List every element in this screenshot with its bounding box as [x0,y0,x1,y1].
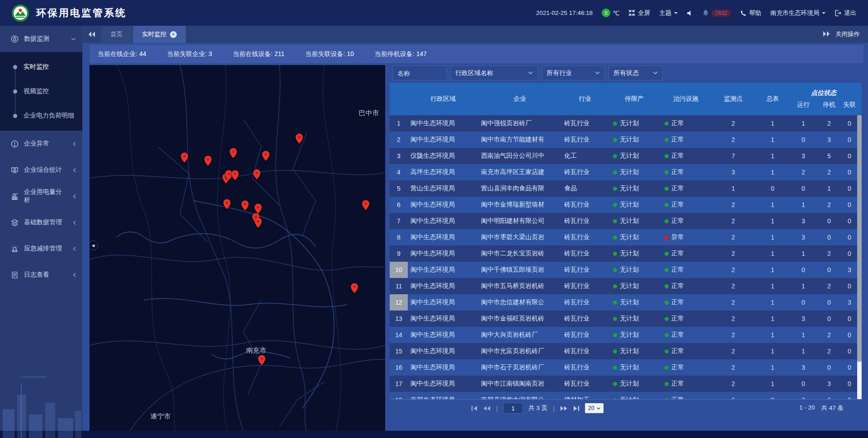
notifications-button[interactable]: 2632 [703,9,731,17]
map-pin-icon[interactable] [254,217,262,228]
map-pin-icon[interactable] [258,355,266,366]
table-row[interactable]: 12 阆中生态环境局 阆中市忠信建材有限公 砖瓦行业 无计划 正常 2 1 0 [390,294,857,311]
cell-region: 仪陇生态环境局 [408,148,478,164]
cell-industry: 砖瓦行业 [561,132,609,148]
cell-stop-limit: 无计划 [609,197,660,213]
page-size-select[interactable]: 20 [585,403,604,413]
help-button[interactable]: 帮助 [740,9,761,17]
table-row[interactable]: 4 高坪生态环境局 南充市高坪区王家店建 砖瓦行业 无计划 正常 3 1 2 [390,164,857,180]
status-dot-icon [613,154,617,158]
page-number-input[interactable] [503,403,523,414]
sidebar-item-log-view[interactable]: 日志查看 [0,262,82,288]
name-filter-input[interactable] [392,66,447,80]
app-logo-icon [12,5,29,22]
tab-home[interactable]: 首页 [101,26,132,43]
map-pin-icon[interactable] [223,199,231,210]
table-row[interactable]: 14 阆中生态环境局 阆中大兴页岩机砖厂 砖瓦行业 无计划 正常 2 1 1 [390,327,857,343]
sidebar-item-power-analysis[interactable]: 企业用电量分析 [0,183,82,209]
prev-page-button[interactable] [483,405,491,411]
volume-button[interactable] [687,10,693,16]
last-page-button[interactable] [573,405,580,411]
total-pages-label: 共 3 页 [528,404,547,412]
monitor-panel: 行政区域名称 所有行业 所有状态 行政区域 企业 行业 停限产 治污设施 监测点 [388,65,863,417]
status-dot-icon [665,138,669,142]
table-row[interactable]: 11 阆中生态环境局 阆中市五马桥页岩机砖 砖瓦行业 无计划 正常 2 1 1 [390,278,857,294]
status-dot-icon [665,268,669,272]
table-row[interactable]: 7 阆中生态环境局 阆中明阳建材有限公司 砖瓦行业 无计划 正常 2 1 3 [390,213,857,229]
status-dot-icon [665,252,669,256]
sidebar-item-video-monitor[interactable]: 视频监控 [0,79,82,104]
cell-industry: 砖瓦行业 [561,359,609,376]
map-pin-icon[interactable] [204,155,212,166]
close-operations-button[interactable]: 关闭操作 [835,30,860,38]
status-dot-icon [665,219,669,223]
first-page-button[interactable] [471,405,478,411]
map-pane[interactable]: 巴中市 南充市 遂宁市 [90,65,385,431]
cell-total-meters: 1 [755,245,790,262]
table-row[interactable]: 13 阆中生态环境局 阆中市金福旺页岩机砖 砖瓦行业 无计划 正常 2 1 3 [390,311,857,327]
sidebar-item-emergency-reduction[interactable]: 应急减排管理 [0,235,82,262]
map-pin-icon[interactable] [253,169,261,180]
cell-monitor-points: 2 [712,327,755,343]
cell-stop-limit: 无计划 [609,245,660,262]
cell-company: 西南油气田分公司川中 [478,148,561,164]
status-dot-icon [665,382,669,386]
table-row[interactable]: 1 阆中生态环境局 阆中强锐页岩砖厂 砖瓦行业 无计划 正常 2 1 1 [390,115,857,132]
map-pin-icon[interactable] [262,151,270,161]
theme-dropdown[interactable]: 主题 [659,9,678,17]
sidebar-item-base-data[interactable]: 基础数据管理 [0,209,82,235]
logout-button[interactable]: 退出 [835,9,856,17]
region-filter-select[interactable]: 行政区域名称 [450,66,538,80]
cell-stopped: 0 [816,294,842,311]
cell-stop-limit: 无计划 [609,262,660,278]
table-row[interactable]: 8 阆中生态环境局 阆中市枣碧大梁山页岩 砖瓦行业 无计划 异常 2 1 3 [390,229,857,245]
table-row[interactable]: 9 阆中生态环境局 阆中市二龙长宝页岩砖 砖瓦行业 无计划 正常 2 1 1 [390,245,857,262]
cell-total-meters: 1 [755,197,790,213]
industry-filter-select[interactable]: 所有行业 [542,66,605,80]
tab-close-icon[interactable]: ✕ [170,31,177,38]
map-pin-icon[interactable] [295,133,303,144]
tabs-scroll-left-button[interactable] [82,26,101,43]
table-row[interactable]: 16 阆中生态环境局 阆中市石子页岩机砖厂 砖瓦行业 无计划 正常 2 1 3 [390,359,857,376]
next-page-button[interactable] [560,405,567,411]
sidebar-item-data-monitoring[interactable]: 数据监测 [0,26,82,52]
map-pin-icon[interactable] [350,283,359,294]
table-row[interactable]: 15 阆中生态环境局 阆中市光富页岩机砖厂 砖瓦行业 无计划 正常 2 1 1 [390,343,857,359]
table-scrollbar[interactable] [857,115,862,399]
table-row[interactable]: 10 阆中生态环境局 阆中千佛镇五郎垭页岩 砖瓦行业 无计划 正常 2 1 0 [390,262,857,278]
total-count-label: 共 47 条 [821,404,844,412]
org-dropdown[interactable]: 南充市生态环境局 [770,9,826,17]
status-dot-icon [613,366,617,370]
map-pin-icon[interactable] [241,200,249,211]
sidebar-item-company-statistics[interactable]: 企业综合统计 [0,157,82,183]
last-page-icon [573,405,580,411]
scrollbar-thumb[interactable] [857,115,862,362]
table-row[interactable]: 6 阆中生态环境局 阆中市金博瑞新型墙材 砖瓦行业 无计划 正常 2 1 1 [390,197,857,213]
tabs-scroll-right-button[interactable] [823,30,830,38]
sidebar-item-realtime-monitor[interactable]: 实时监控 [0,55,82,79]
cell-running: 1 [790,245,816,262]
cell-stopped: 2 [816,327,842,343]
cell-stopped: 2 [816,115,842,132]
tab-realtime-monitor[interactable]: 实时监控 ✕ [133,26,186,43]
fullscreen-button[interactable]: 全屏 [628,9,650,17]
status-dot-icon [665,154,669,158]
cell-stopped: 2 [816,343,842,359]
sidebar-item-power-load-detail[interactable]: 企业电力负荷明细 [0,104,82,128]
cell-running: 1 [790,327,816,343]
map-pin-icon[interactable] [229,148,237,159]
cell-monitor-points: 2 [712,115,755,132]
map-pin-icon[interactable] [362,199,370,210]
map-pin-icon[interactable] [180,152,189,163]
table-row[interactable]: 2 阆中生态环境局 阆中市南方节能建材有 砖瓦行业 无计划 正常 2 1 0 [390,132,857,148]
table-row[interactable]: 3 仪陇生态环境局 西南油气田分公司川中 化工 无计划 正常 7 1 3 [390,148,857,164]
cell-pollution-facility: 正常 [660,278,712,294]
cell-total-meters: 1 [755,115,790,132]
table-row[interactable]: 17 阆中生态环境局 阆中市江南镇阆南页岩 砖瓦行业 无计划 正常 2 1 0 [390,376,857,392]
status-filter-select[interactable]: 所有状态 [609,66,663,80]
table-row[interactable]: 5 营山生态环境局 营山县润丰肉食品有限 食品 无计划 正常 1 0 0 [390,180,857,197]
sidebar-item-company-abnormal[interactable]: 企业异常 [0,131,82,157]
map-pin-icon[interactable] [231,170,239,181]
table-row[interactable]: 18 南部生态环境局 南部县砚华太湖有限公 建材加工 无计划 正常 6 0 3 [390,392,857,399]
cell-region: 阆中生态环境局 [408,359,478,376]
